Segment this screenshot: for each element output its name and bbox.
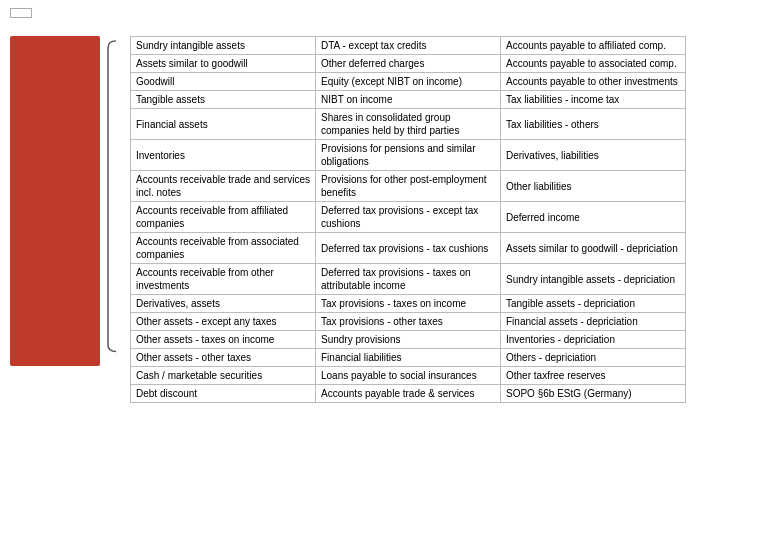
grid-cell-r11-c0: Other assets - except any taxes <box>131 313 316 331</box>
grid-cell-r15-c2: SOPO §6b EStG (Germany) <box>501 385 686 403</box>
category-label <box>10 36 100 366</box>
page-title <box>10 8 32 18</box>
grid-cell-r8-c1: Deferred tax provisions - tax cushions <box>316 233 501 264</box>
grid-cell-r6-c0: Accounts receivable trade and services i… <box>131 171 316 202</box>
grid-cell-r13-c0: Other assets - other taxes <box>131 349 316 367</box>
grid-cell-r4-c1: Shares in consolidated group companies h… <box>316 109 501 140</box>
grid-cell-r1-c2: Accounts payable to associated comp. <box>501 55 686 73</box>
grid-cell-r5-c1: Provisions for pensions and similar obli… <box>316 140 501 171</box>
grid-cell-r6-c2: Other liabilities <box>501 171 686 202</box>
grid-cell-r12-c2: Inventories - depriciation <box>501 331 686 349</box>
grid-cell-r10-c2: Tangible assets - depriciation <box>501 295 686 313</box>
grid-cell-r15-c1: Accounts payable trade & services <box>316 385 501 403</box>
grid-cell-r14-c1: Loans payable to social insurances <box>316 367 501 385</box>
grid-cell-r11-c1: Tax provisions - other taxes <box>316 313 501 331</box>
grid-cell-r5-c0: Inventories <box>131 140 316 171</box>
grid-cell-r14-c0: Cash / marketable securities <box>131 367 316 385</box>
grid-cell-r13-c1: Financial liabilities <box>316 349 501 367</box>
grid-cell-r1-c1: Other deferred charges <box>316 55 501 73</box>
grid-cell-r2-c2: Accounts payable to other investments <box>501 73 686 91</box>
grid-cell-r3-c0: Tangible assets <box>131 91 316 109</box>
grid-cell-r10-c0: Derivatives, assets <box>131 295 316 313</box>
grid-cell-r1-c0: Assets similar to goodwill <box>131 55 316 73</box>
grid-cell-r12-c0: Other assets - taxes on income <box>131 331 316 349</box>
grid-cell-r7-c0: Accounts receivable from affiliated comp… <box>131 202 316 233</box>
grid-cell-r7-c1: Deferred tax provisions - except tax cus… <box>316 202 501 233</box>
grid-cell-r9-c2: Sundry intangible assets - depriciation <box>501 264 686 295</box>
grid-cell-r4-c0: Financial assets <box>131 109 316 140</box>
grid-cell-r8-c0: Accounts receivable from associated comp… <box>131 233 316 264</box>
grid-cell-r3-c2: Tax liabilities - income tax <box>501 91 686 109</box>
grid-cell-r7-c2: Deferred income <box>501 202 686 233</box>
grid-cell-r10-c1: Tax provisions - taxes on income <box>316 295 501 313</box>
grid-cell-r14-c2: Other taxfree reserves <box>501 367 686 385</box>
grid-cell-r15-c0: Debt discount <box>131 385 316 403</box>
grid-cell-r2-c0: Goodwill <box>131 73 316 91</box>
grid-cell-r5-c2: Derivatives, liabilities <box>501 140 686 171</box>
grid-cell-r6-c1: Provisions for other post-employment ben… <box>316 171 501 202</box>
data-grid: Sundry intangible assetsDTA - except tax… <box>130 36 686 403</box>
grid-cell-r11-c2: Financial assets - depriciation <box>501 313 686 331</box>
grid-cell-r13-c2: Others - depriciation <box>501 349 686 367</box>
grid-cell-r4-c2: Tax liabilities - others <box>501 109 686 140</box>
grid-cell-r0-c0: Sundry intangible assets <box>131 37 316 55</box>
grid-cell-r3-c1: NIBT on income <box>316 91 501 109</box>
grid-cell-r9-c0: Accounts receivable from other investmen… <box>131 264 316 295</box>
grid-cell-r8-c2: Assets similar to goodwill - depriciatio… <box>501 233 686 264</box>
grid-cell-r0-c1: DTA - except tax credits <box>316 37 501 55</box>
grid-cell-r0-c2: Accounts payable to affiliated comp. <box>501 37 686 55</box>
grid-cell-r9-c1: Deferred tax provisions - taxes on attri… <box>316 264 501 295</box>
grid-cell-r12-c1: Sundry provisions <box>316 331 501 349</box>
grid-cell-r2-c1: Equity (except NIBT on income) <box>316 73 501 91</box>
